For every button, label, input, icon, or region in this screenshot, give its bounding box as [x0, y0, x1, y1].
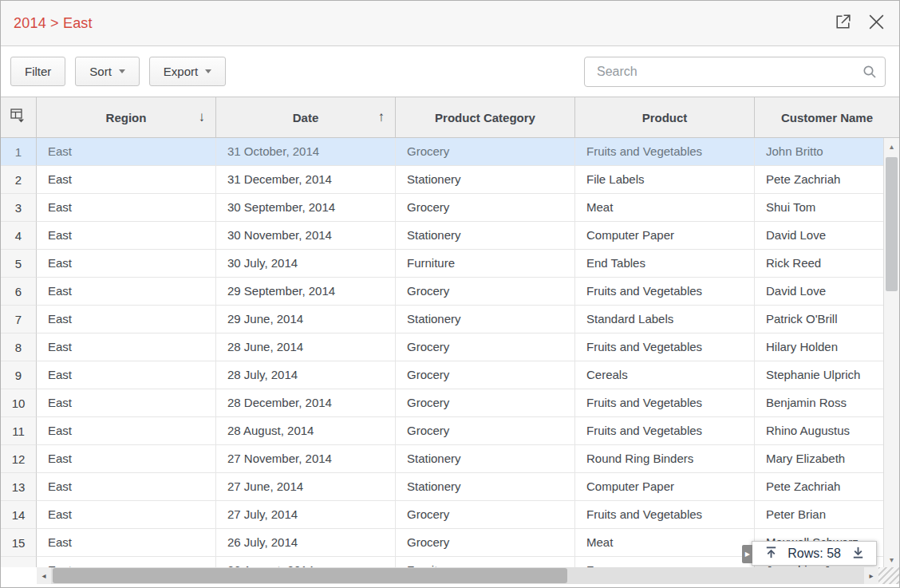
row-number-cell[interactable]: 11: [1, 417, 37, 445]
cell-product-category[interactable]: Stationery: [396, 473, 575, 501]
open-in-new-window-button[interactable]: [832, 13, 853, 34]
filter-button[interactable]: Filter: [10, 57, 65, 86]
close-button[interactable]: [866, 13, 886, 34]
cell-date[interactable]: 28 July, 2014: [216, 361, 396, 389]
cell-customer-name[interactable]: Pete Zachriah: [755, 166, 899, 194]
vertical-scrollbar-thumb[interactable]: [886, 157, 898, 291]
cell-product[interactable]: End Tables: [575, 250, 755, 278]
cell-region[interactable]: East: [37, 557, 216, 567]
table-row[interactable]: 9 East 28 July, 2014 Grocery Cereals Ste…: [1, 361, 899, 389]
scroll-right-arrow[interactable]: ▸: [864, 567, 878, 584]
cell-product-category[interactable]: Grocery: [396, 417, 575, 445]
export-dropdown-button[interactable]: Export: [149, 57, 226, 86]
cell-date[interactable]: 31 December, 2014: [216, 166, 396, 194]
cell-date[interactable]: 28 August, 2014: [216, 417, 396, 445]
table-row[interactable]: 1 East 31 October, 2014 Grocery Fruits a…: [1, 138, 899, 166]
cell-product-category[interactable]: Stationery: [396, 222, 575, 250]
column-header-date[interactable]: Date ↑: [216, 97, 396, 137]
scroll-to-bottom-button[interactable]: [850, 546, 866, 562]
cell-product[interactable]: Meat: [575, 194, 755, 222]
table-row[interactable]: 11 East 28 August, 2014 Grocery Fruits a…: [1, 417, 899, 445]
row-number-cell[interactable]: 1: [1, 138, 37, 166]
cell-product-category[interactable]: Furniture: [396, 250, 575, 278]
cell-date[interactable]: 28 June, 2014: [216, 333, 396, 361]
scroll-left-arrow[interactable]: ◂: [37, 567, 51, 584]
cell-product[interactable]: Standard Labels: [575, 306, 755, 333]
cell-product-category[interactable]: Stationery: [396, 306, 575, 333]
cell-date[interactable]: 28 December, 2014: [216, 389, 396, 417]
cell-date[interactable]: 31 October, 2014: [216, 138, 396, 166]
cell-region[interactable]: East: [37, 501, 216, 529]
cell-region[interactable]: East: [37, 417, 216, 445]
horizontal-scrollbar-thumb[interactable]: [53, 568, 567, 583]
row-number-cell[interactable]: 8: [1, 333, 37, 361]
sort-ascending-icon[interactable]: ↑: [378, 109, 385, 125]
cell-customer-name[interactable]: David Love: [755, 222, 899, 250]
cell-product[interactable]: Fruits and Vegetables: [575, 501, 755, 529]
cell-date[interactable]: 26 August, 2014: [216, 557, 396, 567]
cell-date[interactable]: 27 July, 2014: [216, 501, 396, 529]
cell-customer-name[interactable]: Stephanie Ulprich: [755, 361, 899, 389]
cell-product-category[interactable]: Grocery: [396, 138, 575, 166]
cell-customer-name[interactable]: Shui Tom: [755, 194, 899, 222]
table-row[interactable]: 14 East 27 July, 2014 Grocery Fruits and…: [1, 501, 899, 529]
cell-product[interactable]: Meat: [575, 529, 755, 557]
row-number-cell[interactable]: 16: [1, 557, 37, 567]
cell-product-category[interactable]: Stationery: [396, 166, 575, 194]
sort-dropdown-button[interactable]: Sort: [75, 57, 140, 86]
cell-product[interactable]: Fruits and Vegetables: [575, 333, 755, 361]
scroll-up-arrow[interactable]: ▴: [884, 138, 899, 154]
cell-region[interactable]: East: [37, 166, 216, 194]
cell-product-category[interactable]: Grocery: [396, 501, 575, 529]
cell-date[interactable]: 30 September, 2014: [216, 194, 396, 222]
table-row[interactable]: 6 East 29 September, 2014 Grocery Fruits…: [1, 278, 899, 306]
cell-product-category[interactable]: Furniture: [396, 557, 575, 567]
cell-region[interactable]: East: [37, 445, 216, 473]
cell-product[interactable]: File Labels: [575, 166, 755, 194]
cell-product-category[interactable]: Grocery: [396, 529, 575, 557]
scroll-to-top-button[interactable]: [763, 546, 779, 562]
cell-date[interactable]: 29 June, 2014: [216, 306, 396, 333]
cell-product-category[interactable]: Grocery: [396, 361, 575, 389]
row-number-cell[interactable]: 7: [1, 306, 37, 333]
row-number-cell[interactable]: 2: [1, 166, 37, 194]
cell-customer-name[interactable]: Rick Reed: [755, 250, 899, 278]
row-number-cell[interactable]: 4: [1, 222, 37, 250]
column-header-product[interactable]: Product: [575, 97, 755, 137]
cell-product[interactable]: Frames: [575, 557, 755, 567]
row-number-cell[interactable]: 9: [1, 361, 37, 389]
cell-region[interactable]: East: [37, 250, 216, 278]
cell-region[interactable]: East: [37, 389, 216, 417]
table-row[interactable]: 8 East 28 June, 2014 Grocery Fruits and …: [1, 333, 899, 361]
table-row[interactable]: 12 East 27 November, 2014 Stationery Rou…: [1, 445, 899, 473]
horizontal-scrollbar[interactable]: ◂ ▸: [1, 567, 899, 584]
cell-product-category[interactable]: Grocery: [396, 389, 575, 417]
resize-grip[interactable]: [878, 567, 899, 584]
vertical-scrollbar[interactable]: ▴ ▾: [883, 138, 899, 567]
cell-product-category[interactable]: Grocery: [396, 333, 575, 361]
cell-product[interactable]: Fruits and Vegetables: [575, 278, 755, 306]
rows-panel-collapse-tab[interactable]: ▶: [742, 545, 752, 563]
horizontal-scrollbar-track[interactable]: [51, 567, 864, 584]
cell-product-category[interactable]: Grocery: [396, 278, 575, 306]
column-chooser-button[interactable]: [1, 97, 37, 137]
cell-date[interactable]: 30 November, 2014: [216, 222, 396, 250]
column-header-customer-name[interactable]: Customer Name: [755, 97, 899, 137]
table-row[interactable]: 7 East 29 June, 2014 Stationery Standard…: [1, 306, 899, 333]
column-header-product-category[interactable]: Product Category: [396, 97, 575, 137]
cell-customer-name[interactable]: Mary Elizabeth: [755, 445, 899, 473]
row-number-cell[interactable]: 5: [1, 250, 37, 278]
cell-customer-name[interactable]: John Britto: [755, 138, 899, 166]
cell-customer-name[interactable]: David Love: [755, 278, 899, 306]
row-number-cell[interactable]: 13: [1, 473, 37, 501]
cell-product[interactable]: Computer Paper: [575, 473, 755, 501]
cell-region[interactable]: East: [37, 473, 216, 501]
table-row[interactable]: 3 East 30 September, 2014 Grocery Meat S…: [1, 194, 899, 222]
cell-customer-name[interactable]: Peter Brian: [755, 501, 899, 529]
table-row[interactable]: 10 East 28 December, 2014 Grocery Fruits…: [1, 389, 899, 417]
sort-descending-icon[interactable]: ↓: [199, 109, 206, 125]
cell-customer-name[interactable]: Patrick O'Brill: [755, 306, 899, 333]
cell-date[interactable]: 26 July, 2014: [216, 529, 396, 557]
table-row[interactable]: 13 East 27 June, 2014 Stationery Compute…: [1, 473, 899, 501]
cell-customer-name[interactable]: Pete Zachriah: [755, 473, 899, 501]
